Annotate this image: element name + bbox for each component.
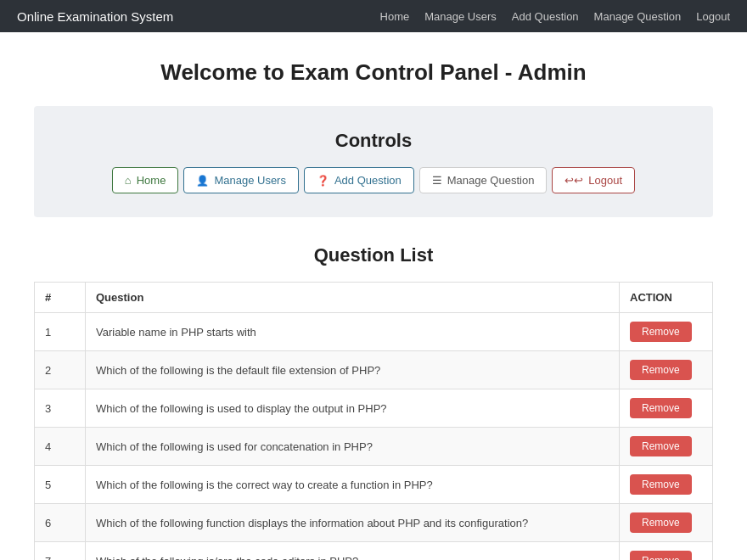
row-action: Remove bbox=[620, 313, 713, 351]
add-question-label: Add Question bbox=[334, 174, 402, 187]
row-question: Variable name in PHP starts with bbox=[86, 313, 620, 351]
row-question: Which of the following function displays… bbox=[86, 504, 620, 542]
row-number: 7 bbox=[35, 542, 86, 561]
nav-add-question[interactable]: Add Question bbox=[512, 10, 579, 23]
table-row: 3Which of the following is used to displ… bbox=[35, 389, 713, 428]
nav-manage-question[interactable]: Manage Question bbox=[594, 10, 682, 23]
nav-home[interactable]: Home bbox=[380, 10, 410, 23]
row-action: Remove bbox=[620, 466, 713, 504]
controls-panel: Controls Home 👤 Manage Users ❓ Add Quest… bbox=[34, 106, 713, 217]
users-icon: 👤 bbox=[196, 175, 209, 187]
table-row: 6Which of the following function display… bbox=[35, 504, 713, 542]
remove-button[interactable]: Remove bbox=[630, 360, 692, 380]
remove-button[interactable]: Remove bbox=[630, 398, 692, 418]
col-header-action: ACTION bbox=[620, 283, 713, 313]
col-header-question: Question bbox=[86, 283, 620, 313]
nav-logout[interactable]: Logout bbox=[696, 10, 730, 23]
remove-button[interactable]: Remove bbox=[630, 474, 692, 495]
col-header-num: # bbox=[35, 283, 86, 313]
manage-question-button[interactable]: Manage Question bbox=[419, 167, 548, 193]
logout-button[interactable]: ↩ Logout bbox=[552, 167, 635, 193]
table-row: 7Which of the following is/are the code … bbox=[35, 542, 713, 561]
page-title: Welcome to Exam Control Panel - Admin bbox=[34, 59, 713, 86]
row-number: 2 bbox=[35, 351, 86, 389]
list-icon bbox=[432, 174, 442, 187]
logout-icon: ↩ bbox=[564, 174, 583, 187]
table-header-row: # Question ACTION bbox=[35, 283, 713, 313]
controls-title: Controls bbox=[51, 130, 696, 152]
remove-button[interactable]: Remove bbox=[630, 436, 692, 456]
row-question: Which of the following is the correct wa… bbox=[86, 466, 620, 504]
row-number: 5 bbox=[35, 466, 86, 504]
manage-users-button[interactable]: 👤 Manage Users bbox=[183, 167, 299, 193]
row-question: Which of the following is used for conca… bbox=[86, 428, 620, 466]
table-row: 5Which of the following is the correct w… bbox=[35, 466, 713, 504]
row-question: Which of the following is the default fi… bbox=[86, 351, 620, 389]
main-container: Welcome to Exam Control Panel - Admin Co… bbox=[17, 59, 730, 560]
remove-button[interactable]: Remove bbox=[630, 551, 692, 560]
row-number: 1 bbox=[35, 313, 86, 351]
navbar: Online Examination System Home Manage Us… bbox=[0, 0, 747, 32]
row-action: Remove bbox=[620, 389, 713, 428]
remove-button[interactable]: Remove bbox=[630, 322, 692, 342]
manage-question-label: Manage Question bbox=[447, 174, 535, 187]
row-action: Remove bbox=[620, 504, 713, 542]
logout-label: Logout bbox=[588, 174, 622, 187]
table-row: 2Which of the following is the default f… bbox=[35, 351, 713, 389]
table-row: 1Variable name in PHP starts withRemove bbox=[35, 313, 713, 351]
question-list-title: Question List bbox=[34, 244, 713, 266]
question-table: # Question ACTION 1Variable name in PHP … bbox=[34, 282, 713, 560]
controls-buttons: Home 👤 Manage Users ❓ Add Question Manag… bbox=[51, 167, 696, 193]
nav-manage-users[interactable]: Manage Users bbox=[424, 10, 497, 23]
add-question-icon: ❓ bbox=[317, 175, 329, 187]
row-action: Remove bbox=[620, 351, 713, 389]
row-number: 3 bbox=[35, 389, 86, 428]
row-number: 4 bbox=[35, 428, 86, 466]
home-button[interactable]: Home bbox=[112, 167, 179, 193]
manage-users-label: Manage Users bbox=[214, 174, 286, 187]
add-question-button[interactable]: ❓ Add Question bbox=[304, 167, 414, 193]
home-button-label: Home bbox=[137, 174, 166, 187]
row-action: Remove bbox=[620, 428, 713, 466]
home-icon bbox=[125, 174, 132, 187]
row-question: Which of the following is used to displa… bbox=[86, 389, 620, 428]
row-number: 6 bbox=[35, 504, 86, 542]
question-tbody: 1Variable name in PHP starts withRemove2… bbox=[35, 313, 713, 561]
remove-button[interactable]: Remove bbox=[630, 512, 692, 533]
row-action: Remove bbox=[620, 542, 713, 561]
navbar-nav: Home Manage Users Add Question Manage Qu… bbox=[380, 9, 730, 23]
navbar-brand[interactable]: Online Examination System bbox=[17, 9, 173, 24]
table-row: 4Which of the following is used for conc… bbox=[35, 428, 713, 466]
row-question: Which of the following is/are the code e… bbox=[86, 542, 620, 561]
